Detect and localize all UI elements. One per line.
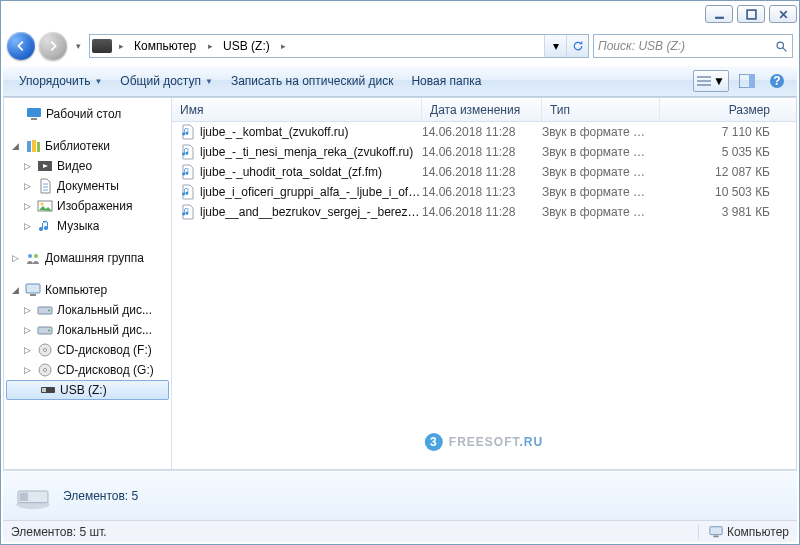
- tree-usb-drive[interactable]: USB (Z:): [6, 380, 169, 400]
- file-type: Звук в формате …: [542, 165, 660, 179]
- search-placeholder: Поиск: USB (Z:): [598, 39, 685, 53]
- close-button[interactable]: [769, 5, 797, 23]
- file-row[interactable]: ljube_i_oficeri_gruppi_alfa_-_ljube_i_of…: [172, 182, 796, 202]
- svg-point-26: [44, 369, 47, 372]
- expand-icon[interactable]: ▷: [22, 221, 33, 231]
- refresh-button[interactable]: [566, 35, 588, 57]
- preview-pane-button[interactable]: [735, 70, 759, 92]
- tree-music[interactable]: ▷ Музыка: [4, 216, 171, 236]
- search-icon: [775, 40, 788, 53]
- expand-icon[interactable]: ▷: [22, 181, 33, 191]
- details-pane: Элементов: 5: [3, 470, 797, 520]
- file-list[interactable]: ljube_-_kombat_(zvukoff.ru)14.06.2018 11…: [172, 122, 796, 469]
- expand-icon[interactable]: ▷: [22, 161, 33, 171]
- tree-cd-drive[interactable]: ▷ CD-дисковод (G:): [4, 360, 171, 380]
- expand-icon[interactable]: ▷: [22, 325, 33, 335]
- file-row[interactable]: ljube_-_uhodit_rota_soldat_(zf.fm)14.06.…: [172, 162, 796, 182]
- svg-text:?: ?: [773, 74, 780, 88]
- collapse-icon[interactable]: ◢: [10, 285, 21, 295]
- toolbar: Упорядочить▼ Общий доступ▼ Записать на о…: [3, 65, 797, 97]
- computer-icon: [25, 282, 41, 298]
- svg-point-24: [44, 349, 47, 352]
- tree-local-disk[interactable]: ▷ Локальный дис...: [4, 320, 171, 340]
- svg-rect-10: [32, 140, 36, 152]
- item-count-label: Элементов: 5: [63, 489, 138, 503]
- file-size: 12 087 КБ: [660, 165, 796, 179]
- explorer-window: ▾ ▸ Компьютер ▸ USB (Z:) ▸ ▾ Поиск: USB …: [0, 0, 800, 545]
- file-row[interactable]: ljube_-_kombat_(zvukoff.ru)14.06.2018 11…: [172, 122, 796, 142]
- titlebar: [3, 3, 797, 31]
- collapse-icon[interactable]: ◢: [10, 141, 21, 151]
- tree-pictures[interactable]: ▷ Изображения: [4, 196, 171, 216]
- tree-desktop[interactable]: Рабочий стол: [4, 104, 171, 124]
- status-bar: Элементов: 5 шт. Компьютер: [3, 520, 797, 542]
- file-type: Звук в формате …: [542, 205, 660, 219]
- file-date: 14.06.2018 11:28: [422, 125, 542, 139]
- file-size: 5 035 КБ: [660, 145, 796, 159]
- svg-rect-7: [27, 108, 41, 117]
- new-folder-button[interactable]: Новая папка: [403, 70, 489, 92]
- svg-rect-11: [37, 142, 40, 152]
- search-input[interactable]: Поиск: USB (Z:): [593, 34, 793, 58]
- hdd-icon: [37, 302, 53, 318]
- expand-icon[interactable]: ▷: [22, 201, 33, 211]
- tree-documents[interactable]: ▷ Документы: [4, 176, 171, 196]
- tree-video[interactable]: ▷ Видео: [4, 156, 171, 176]
- help-button[interactable]: ?: [765, 70, 789, 92]
- chevron-right-icon[interactable]: ▸: [203, 35, 217, 57]
- expand-icon[interactable]: ▷: [22, 365, 33, 375]
- column-size[interactable]: Размер: [660, 98, 796, 121]
- tree-local-disk[interactable]: ▷ Локальный дис...: [4, 300, 171, 320]
- file-name: ljube__and__bezrukov_sergej_-_berezi_(zv…: [180, 204, 422, 220]
- computer-icon: [709, 525, 723, 539]
- file-date: 14.06.2018 11:23: [422, 185, 542, 199]
- address-dropdown[interactable]: ▾: [544, 35, 566, 57]
- tree-libraries[interactable]: ◢ Библиотеки: [4, 136, 171, 156]
- column-name[interactable]: Имя: [172, 98, 422, 121]
- share-button[interactable]: Общий доступ▼: [112, 70, 221, 92]
- file-size: 3 981 КБ: [660, 205, 796, 219]
- content-area: Имя Дата изменения Тип Размер ljube_-_ko…: [172, 98, 796, 469]
- usb-drive-icon: [40, 382, 56, 398]
- file-size: 7 110 КБ: [660, 125, 796, 139]
- documents-icon: [37, 178, 53, 194]
- svg-rect-0: [715, 16, 724, 18]
- expand-icon[interactable]: ▷: [10, 253, 21, 263]
- desktop-icon: [26, 106, 42, 122]
- navigation-tree[interactable]: Рабочий стол ◢ Библиотеки ▷ Видео ▷ Док: [4, 98, 172, 469]
- minimize-button[interactable]: [705, 5, 733, 23]
- view-mode-button[interactable]: ▼: [693, 70, 729, 92]
- file-row[interactable]: ljube__and__bezrukov_sergej_-_berezi_(zv…: [172, 202, 796, 222]
- maximize-button[interactable]: [737, 5, 765, 23]
- chevron-right-icon[interactable]: ▸: [277, 35, 291, 57]
- column-modified[interactable]: Дата изменения: [422, 98, 542, 121]
- file-type: Звук в формате …: [542, 125, 660, 139]
- chevron-right-icon[interactable]: ▸: [114, 35, 128, 57]
- svg-point-22: [48, 330, 50, 332]
- watermark: 3 FREESOFT.RU: [425, 433, 543, 451]
- address-bar[interactable]: ▸ Компьютер ▸ USB (Z:) ▸ ▾: [89, 34, 589, 58]
- file-size: 10 503 КБ: [660, 185, 796, 199]
- tree-cd-drive[interactable]: ▷ CD-дисковод (F:): [4, 340, 171, 360]
- file-row[interactable]: ljube_-_ti_nesi_menja_reka_(zvukoff.ru)1…: [172, 142, 796, 162]
- tree-homegroup[interactable]: ▷ Домашняя группа: [4, 248, 171, 268]
- tree-computer[interactable]: ◢ Компьютер: [4, 280, 171, 300]
- history-dropdown[interactable]: ▾: [71, 31, 85, 61]
- expand-icon[interactable]: ▷: [22, 345, 33, 355]
- breadcrumb-usb[interactable]: USB (Z:): [217, 35, 277, 57]
- expand-icon[interactable]: ▷: [22, 305, 33, 315]
- svg-point-14: [41, 203, 44, 206]
- column-type[interactable]: Тип: [542, 98, 660, 121]
- breadcrumb-computer[interactable]: Компьютер: [128, 35, 203, 57]
- burn-button[interactable]: Записать на оптический диск: [223, 70, 402, 92]
- status-location: Компьютер: [698, 525, 789, 539]
- cd-icon: [37, 362, 53, 378]
- watermark-icon: 3: [425, 433, 443, 451]
- usb-drive-large-icon: [13, 481, 53, 511]
- svg-rect-28: [42, 388, 46, 392]
- file-name: ljube_-_uhodit_rota_soldat_(zf.fm): [180, 164, 422, 180]
- svg-rect-8: [31, 118, 37, 120]
- organize-button[interactable]: Упорядочить▼: [11, 70, 110, 92]
- forward-button[interactable]: [39, 32, 67, 60]
- back-button[interactable]: [7, 32, 35, 60]
